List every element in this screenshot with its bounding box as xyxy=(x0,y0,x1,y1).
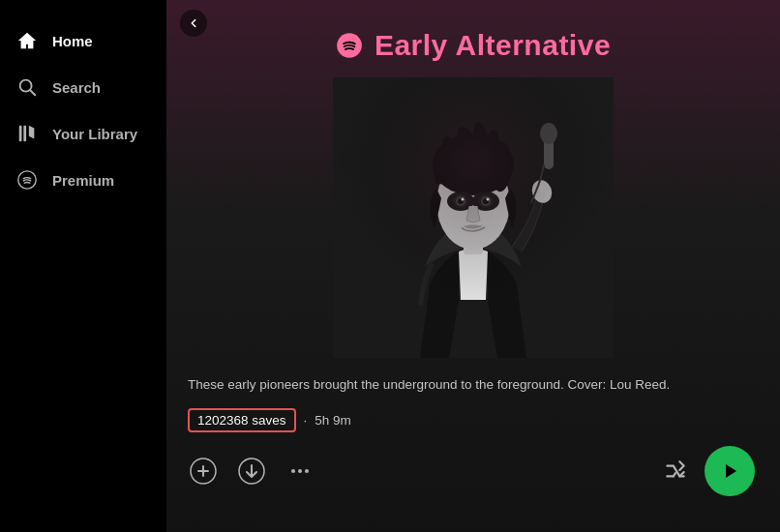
main-content: Early Alternative xyxy=(166,0,780,532)
add-button[interactable] xyxy=(188,456,219,487)
meta-row: 1202368 saves · 5h 9m xyxy=(166,395,780,432)
sidebar-item-premium[interactable]: Premium xyxy=(0,159,166,201)
controls-row xyxy=(166,432,780,512)
playlist-title: Early Alternative xyxy=(375,29,611,62)
description-text: These early pioneers brought the undergr… xyxy=(188,375,759,395)
left-controls xyxy=(188,456,315,487)
sidebar-item-search[interactable]: Search xyxy=(0,66,166,108)
sidebar: Home Search Your Library xyxy=(0,0,166,532)
home-icon xyxy=(15,29,39,52)
duration-text: 5h 9m xyxy=(315,413,351,428)
album-art xyxy=(333,77,614,358)
sidebar-label-premium: Premium xyxy=(52,172,114,189)
play-button[interactable] xyxy=(705,446,755,496)
right-controls xyxy=(660,446,759,496)
sidebar-item-home[interactable]: Home xyxy=(0,19,166,62)
back-button[interactable] xyxy=(180,10,207,37)
premium-icon xyxy=(15,168,39,192)
dot-separator: · xyxy=(304,413,308,428)
svg-point-33 xyxy=(305,469,309,473)
svg-point-32 xyxy=(298,469,302,473)
svg-marker-34 xyxy=(726,464,736,478)
download-button[interactable] xyxy=(236,456,267,487)
sidebar-label-home: Home xyxy=(52,33,93,49)
search-icon xyxy=(15,75,39,99)
description-area: These early pioneers brought the undergr… xyxy=(166,358,780,395)
header-area: Early Alternative xyxy=(166,0,780,358)
svg-rect-25 xyxy=(333,77,614,358)
sidebar-label-search: Search xyxy=(52,79,101,96)
svg-point-31 xyxy=(291,469,295,473)
sidebar-item-library[interactable]: Your Library xyxy=(0,112,166,155)
sidebar-label-library: Your Library xyxy=(52,126,137,142)
svg-rect-2 xyxy=(19,126,22,142)
spotify-logo-icon xyxy=(336,32,363,59)
saves-badge: 1202368 saves xyxy=(188,408,296,432)
more-options-button[interactable] xyxy=(285,456,315,487)
playlist-title-row: Early Alternative xyxy=(336,29,611,62)
svg-line-1 xyxy=(30,90,35,95)
library-icon xyxy=(15,122,39,145)
shuffle-button[interactable] xyxy=(660,456,691,487)
svg-rect-3 xyxy=(23,126,26,142)
